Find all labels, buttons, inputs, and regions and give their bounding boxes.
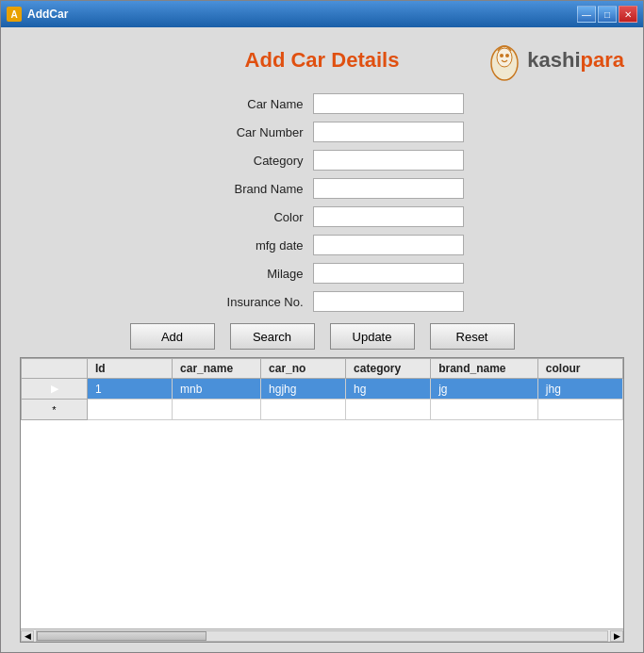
svg-point-1 — [497, 48, 512, 67]
horizontal-scrollbar-area: ◀ ▶ — [21, 629, 623, 642]
title-bar: A AddCar — □ ✕ — [1, 1, 643, 27]
logo-icon — [486, 37, 523, 84]
content-area: Add Car Details kashipara — [1, 27, 643, 652]
col-car-no: car_no — [261, 359, 346, 379]
page-title: Add Car Details — [222, 48, 423, 73]
buttons-row: Add Search Update Reset — [20, 323, 624, 350]
cell-id: 1 — [88, 379, 173, 400]
cell-car-name — [173, 400, 261, 420]
category-input[interactable] — [313, 150, 464, 171]
maximize-button[interactable]: □ — [598, 6, 617, 23]
col-car-name: car_name — [173, 359, 261, 379]
form-row-mfg-date: mfg date — [20, 235, 624, 255]
insurance-no-input[interactable] — [313, 291, 464, 312]
mfg-date-label: mfg date — [181, 238, 304, 253]
row-indicator: * — [22, 400, 88, 420]
form-row-car-number: Car Number — [20, 122, 624, 142]
category-label: Category — [181, 154, 304, 168]
col-brand-name: brand_name — [431, 359, 538, 379]
car-number-input[interactable] — [313, 122, 464, 142]
col-colour: colour — [537, 359, 622, 379]
logo-kashi: kashi — [527, 48, 580, 73]
brand-name-label: Brand Name — [181, 182, 304, 196]
scroll-left-button[interactable]: ◀ — [21, 630, 34, 642]
cell-car-name: mnb — [173, 379, 261, 400]
scroll-right-button[interactable]: ▶ — [610, 630, 623, 642]
window-icon: A — [7, 7, 22, 22]
row-indicator: ▶ — [22, 379, 88, 400]
col-indicator — [22, 359, 88, 379]
minimize-button[interactable]: — — [577, 6, 596, 23]
car-name-label: Car Name — [181, 97, 304, 111]
form-row-brand-name: Brand Name — [20, 178, 624, 199]
close-button[interactable]: ✕ — [619, 6, 637, 23]
reset-button[interactable]: Reset — [430, 323, 515, 350]
svg-point-2 — [500, 54, 504, 57]
table-wrapper[interactable]: Id car_name car_no category brand_name c… — [21, 358, 623, 629]
col-category: category — [346, 359, 431, 379]
table-row[interactable]: * — [22, 400, 623, 420]
car-name-input[interactable] — [313, 93, 464, 114]
insurance-no-label: Insurance No. — [181, 295, 304, 309]
search-button[interactable]: Search — [230, 323, 315, 350]
svg-point-3 — [505, 54, 509, 57]
title-bar-left: A AddCar — [7, 7, 68, 22]
form-row-car-name: Car Name — [20, 93, 624, 114]
milage-input[interactable] — [313, 263, 464, 284]
horizontal-scrollbar[interactable] — [36, 630, 608, 642]
milage-label: Milage — [181, 267, 304, 281]
cell-category: hg — [346, 379, 431, 400]
color-input[interactable] — [313, 206, 464, 227]
cell-category — [346, 400, 431, 420]
scrollbar-thumb[interactable] — [37, 631, 206, 641]
cell-brand-name — [431, 400, 538, 420]
data-table: Id car_name car_no category brand_name c… — [21, 358, 623, 420]
main-window: A AddCar — □ ✕ Add Car Details — [0, 0, 644, 653]
table-row[interactable]: ▶ 1 mnb hgjhg hg jg jhg — [22, 379, 623, 400]
cell-id — [88, 400, 173, 420]
cell-car-no — [261, 400, 346, 420]
form-row-category: Category — [20, 150, 624, 171]
add-button[interactable]: Add — [130, 323, 215, 350]
cell-colour: jhg — [537, 379, 622, 400]
car-number-label: Car Number — [181, 125, 304, 139]
mfg-date-input[interactable] — [313, 235, 464, 255]
title-controls: — □ ✕ — [577, 6, 637, 23]
form-row-color: Color — [20, 206, 624, 227]
header-area: Add Car Details kashipara — [20, 37, 624, 84]
color-label: Color — [181, 210, 304, 224]
update-button[interactable]: Update — [330, 323, 415, 350]
logo-para: para — [581, 48, 624, 73]
data-table-container: Id car_name car_no category brand_name c… — [20, 357, 624, 643]
table-header-row: Id car_name car_no category brand_name c… — [22, 359, 623, 379]
cell-car-no: hgjhg — [261, 379, 346, 400]
window-title: AddCar — [27, 8, 68, 21]
form-row-insurance-no: Insurance No. — [20, 291, 624, 312]
col-id: Id — [88, 359, 173, 379]
cell-colour — [537, 400, 622, 420]
brand-name-input[interactable] — [313, 178, 464, 199]
cell-brand-name: jg — [431, 379, 538, 400]
form-area: Car Name Car Number Category Brand Name … — [20, 93, 624, 312]
form-row-milage: Milage — [20, 263, 624, 284]
